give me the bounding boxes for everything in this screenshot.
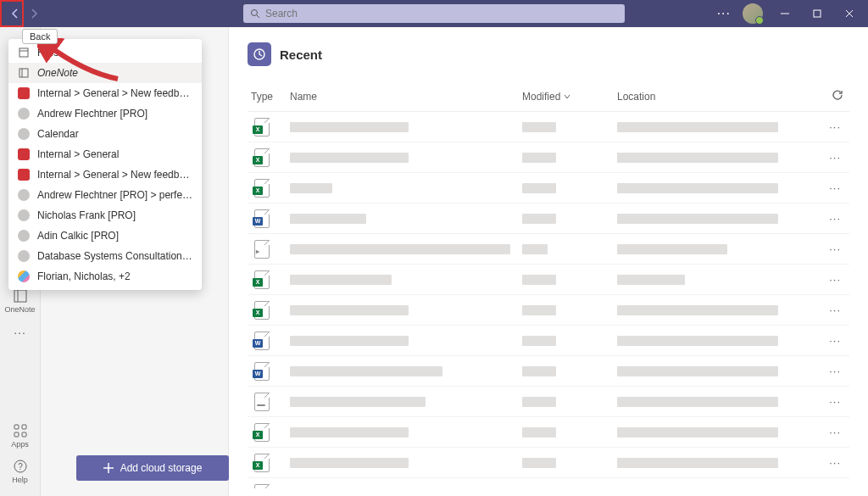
file-type-icon (254, 301, 270, 320)
rail-more[interactable]: ··· (14, 319, 26, 346)
history-item[interactable]: Andrew Flechtner [PRO] > perfect! tha… (8, 185, 202, 205)
file-name-placeholder (290, 305, 409, 315)
table-row[interactable]: ··· (248, 417, 849, 448)
table-row[interactable]: ··· (248, 356, 849, 387)
row-more-button[interactable]: ··· (819, 304, 849, 316)
history-item[interactable]: Nicholas Frank [PRO] (8, 205, 202, 226)
sort-desc-icon (564, 93, 570, 100)
table-row[interactable]: ··· (248, 265, 849, 295)
row-more-button[interactable]: ··· (819, 365, 849, 377)
history-item[interactable]: Calendar (8, 124, 202, 144)
file-location-placeholder (617, 458, 778, 468)
forward-button[interactable] (25, 5, 42, 22)
row-more-button[interactable]: ··· (819, 426, 849, 438)
file-type-icon (254, 393, 270, 411)
file-modified-placeholder (522, 183, 556, 193)
col-name[interactable]: Name (290, 91, 522, 103)
col-modified[interactable]: Modified (522, 91, 617, 103)
recent-icon (248, 42, 271, 66)
svg-line-1 (257, 15, 259, 18)
row-more-button[interactable]: ··· (819, 242, 849, 255)
file-location-placeholder (617, 397, 778, 407)
history-item[interactable]: Internal > General (8, 144, 202, 164)
table-header: Type Name Modified Location (248, 81, 849, 112)
history-item-icon (17, 229, 31, 242)
window-minimize[interactable] (775, 3, 795, 24)
svg-rect-10 (14, 432, 19, 437)
history-item[interactable]: OneNote (8, 63, 202, 83)
history-item[interactable]: Files (8, 42, 202, 63)
history-item-label: Adin Calkic [PRO] (37, 230, 119, 242)
back-tooltip: Back (22, 29, 58, 44)
file-location-placeholder (617, 366, 778, 376)
svg-point-0 (252, 10, 258, 16)
col-type[interactable]: Type (248, 91, 290, 103)
row-more-button[interactable]: ··· (819, 273, 849, 286)
file-location-placeholder (617, 336, 778, 346)
rail-apps[interactable]: Apps (0, 418, 41, 454)
file-type-icon (254, 270, 270, 289)
add-cloud-storage-button[interactable]: Add cloud storage (76, 455, 229, 481)
row-more-button[interactable]: ··· (819, 181, 849, 194)
file-name-placeholder (290, 214, 366, 224)
table-row[interactable]: ··· (248, 234, 849, 265)
history-item-icon (17, 270, 31, 283)
file-list: ······································· (248, 112, 849, 488)
history-item-icon (17, 148, 31, 161)
file-type-icon (254, 423, 270, 442)
file-type-icon (254, 209, 270, 228)
table-row[interactable]: ··· (248, 448, 849, 478)
back-button[interactable] (7, 5, 24, 22)
user-avatar[interactable] (743, 3, 763, 24)
table-row[interactable]: ··· (248, 295, 849, 326)
history-item-label: Florian, Nicholas, +2 (37, 270, 131, 282)
row-more-button[interactable]: ··· (819, 120, 849, 133)
history-item-label: Andrew Flechtner [PRO] (37, 108, 147, 120)
add-cloud-label: Add cloud storage (120, 462, 203, 474)
window-close[interactable] (839, 3, 860, 24)
history-item[interactable]: Adin Calkic [PRO] (8, 226, 202, 246)
file-modified-placeholder (522, 488, 556, 489)
file-modified-placeholder (522, 122, 556, 132)
svg-rect-6 (14, 290, 26, 302)
table-row[interactable]: ··· (248, 478, 849, 488)
file-name-placeholder (290, 153, 409, 163)
row-more-button[interactable]: ··· (819, 334, 849, 347)
file-name-placeholder (290, 183, 332, 193)
history-item-label: Andrew Flechtner [PRO] > perfect! tha… (37, 189, 193, 201)
file-location-placeholder (617, 244, 727, 254)
file-location-placeholder (617, 153, 778, 163)
refresh-button[interactable] (831, 88, 844, 104)
row-more-button[interactable]: ··· (819, 151, 849, 164)
table-row[interactable]: ··· (248, 112, 849, 142)
row-more-button[interactable]: ··· (819, 395, 849, 408)
history-item-label: Nicholas Frank [PRO] (37, 209, 136, 221)
history-item[interactable]: Internal > General > New feedback fr… (8, 164, 202, 185)
table-row[interactable]: ··· (248, 142, 849, 173)
row-more-button[interactable]: ··· (819, 212, 849, 225)
table-row[interactable]: ··· (248, 326, 849, 356)
header-more-button[interactable]: ··· (717, 6, 731, 21)
page-title: Recent (280, 47, 322, 62)
file-type-icon (254, 148, 270, 167)
history-item-label: Internal > General > New feedback fr… (37, 87, 193, 99)
row-more-button[interactable]: ··· (819, 456, 849, 469)
table-row[interactable]: ··· (248, 173, 849, 203)
table-row[interactable]: ··· (248, 203, 849, 234)
history-item[interactable]: Database Systems Consultation [PRO] (8, 246, 202, 266)
row-more-button[interactable]: ··· (819, 487, 849, 488)
file-name-placeholder (290, 366, 442, 376)
search-box[interactable] (243, 4, 625, 23)
history-item[interactable]: Florian, Nicholas, +2 (8, 266, 202, 287)
history-item[interactable]: Andrew Flechtner [PRO] (8, 103, 202, 124)
rail-help[interactable]: ? Help (0, 454, 41, 489)
file-location-placeholder (617, 214, 778, 224)
history-item[interactable]: Internal > General > New feedback fr… (8, 83, 202, 103)
history-item-icon (17, 46, 31, 59)
file-type-icon (254, 454, 270, 472)
search-input[interactable] (265, 8, 618, 20)
col-location[interactable]: Location (617, 91, 849, 103)
history-item-label: Internal > General > New feedback fr… (37, 169, 193, 181)
window-maximize[interactable] (807, 3, 827, 24)
table-row[interactable]: ··· (248, 387, 849, 417)
